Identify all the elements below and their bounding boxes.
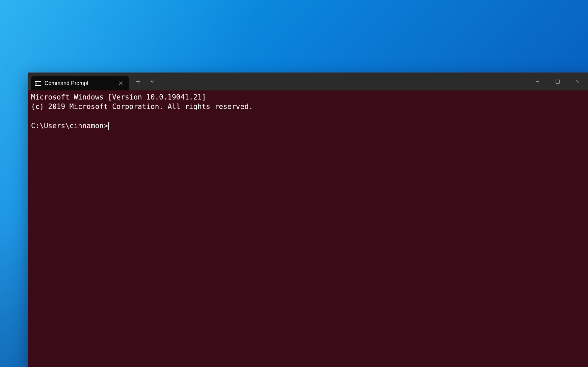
desktop-background: >_ Command Prompt bbox=[0, 0, 588, 367]
text-cursor bbox=[108, 122, 109, 130]
minimize-icon bbox=[535, 79, 540, 84]
svg-rect-8 bbox=[556, 80, 559, 83]
maximize-button[interactable] bbox=[547, 73, 568, 90]
terminal-line: Microsoft Windows [Version 10.0.19041.21… bbox=[31, 93, 206, 101]
terminal-prompt: C:\Users\cinnamon> bbox=[31, 122, 108, 130]
terminal-output[interactable]: Microsoft Windows [Version 10.0.19041.21… bbox=[28, 90, 588, 367]
terminal-window: >_ Command Prompt bbox=[28, 73, 588, 367]
new-tab-button[interactable] bbox=[131, 73, 145, 90]
tab-close-button[interactable] bbox=[116, 79, 126, 88]
maximize-icon bbox=[555, 79, 560, 84]
close-icon bbox=[119, 81, 123, 85]
titlebar[interactable]: >_ Command Prompt bbox=[28, 73, 588, 90]
chevron-down-icon bbox=[150, 80, 155, 83]
svg-rect-1 bbox=[35, 81, 41, 82]
close-icon bbox=[576, 79, 580, 84]
terminal-icon: >_ bbox=[35, 81, 41, 86]
svg-text:>_: >_ bbox=[36, 83, 39, 85]
close-window-button[interactable] bbox=[568, 73, 588, 90]
tab-label: Command Prompt bbox=[45, 80, 88, 86]
window-controls bbox=[527, 73, 588, 90]
tab-command-prompt[interactable]: >_ Command Prompt bbox=[31, 76, 129, 90]
tab-dropdown-button[interactable] bbox=[145, 73, 159, 90]
plus-icon bbox=[136, 79, 140, 84]
terminal-line: (c) 2019 Microsoft Corporation. All righ… bbox=[31, 103, 253, 111]
minimize-button[interactable] bbox=[527, 73, 547, 90]
